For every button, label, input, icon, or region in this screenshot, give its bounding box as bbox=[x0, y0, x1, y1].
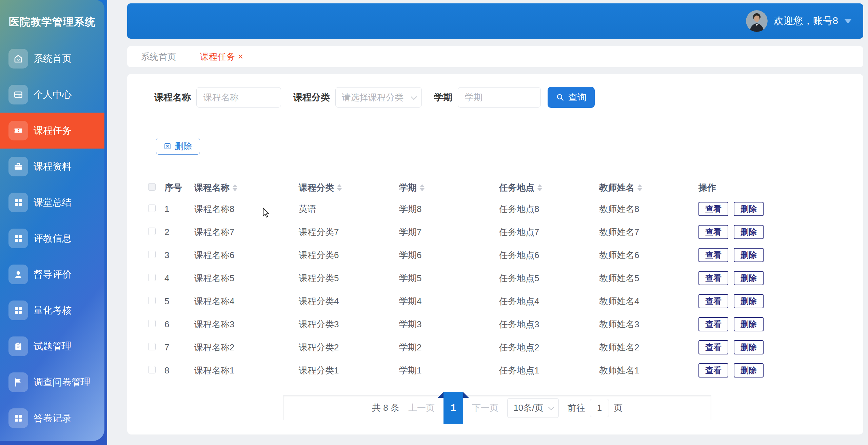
sort-toggle[interactable] bbox=[233, 184, 237, 191]
row-checkbox[interactable] bbox=[148, 366, 156, 373]
sidebar-item-label: 课程资料 bbox=[34, 160, 72, 173]
table-row: 1 课程名称8 英语 学期8 任务地点8 教师姓名8 查看删除 bbox=[148, 197, 856, 220]
user-menu[interactable]: 欢迎您，账号8 bbox=[746, 10, 852, 32]
delete-button[interactable]: 删除 bbox=[734, 317, 764, 331]
cell-category: 课程分类7 bbox=[299, 226, 399, 238]
sort-toggle[interactable] bbox=[337, 184, 342, 191]
sort-toggle[interactable] bbox=[420, 184, 425, 191]
sidebar-item-label: 课堂总结 bbox=[34, 196, 72, 209]
sidebar-item-supervision-review[interactable]: 督导评价 bbox=[0, 256, 104, 292]
col-name: 课程名称 bbox=[194, 182, 230, 194]
table-row: 7 课程名称2 课程分类2 学期2 任务地点2 教师姓名2 查看删除 bbox=[148, 336, 856, 359]
cell-location: 任务地点2 bbox=[499, 342, 599, 353]
col-index: 序号 bbox=[164, 182, 194, 194]
cell-name: 课程名称3 bbox=[194, 318, 299, 330]
cell-name: 课程名称6 bbox=[194, 249, 299, 261]
view-button[interactable]: 查看 bbox=[698, 248, 728, 262]
sidebar-item-label: 评教信息 bbox=[34, 232, 72, 245]
delete-button[interactable]: 删除 bbox=[734, 225, 764, 239]
category-select[interactable]: 请选择课程分类 bbox=[335, 87, 422, 108]
col-teacher: 教师姓名 bbox=[599, 182, 634, 194]
sidebar-nav: 系统首页 个人中心 课程任务 bbox=[0, 41, 104, 436]
current-page-indicator[interactable]: 1 bbox=[443, 392, 463, 424]
view-button[interactable]: 查看 bbox=[698, 225, 728, 239]
sidebar-item-profile[interactable]: 个人中心 bbox=[0, 77, 104, 113]
cell-index: 2 bbox=[164, 227, 194, 237]
sidebar-item-label: 督导评价 bbox=[34, 268, 72, 281]
cell-index: 4 bbox=[164, 273, 194, 284]
search-button-label: 查询 bbox=[568, 91, 587, 103]
chevron-down-icon bbox=[844, 19, 852, 23]
select-all-checkbox[interactable] bbox=[148, 183, 156, 191]
sort-toggle[interactable] bbox=[637, 184, 642, 191]
row-checkbox[interactable] bbox=[148, 320, 156, 327]
row-checkbox[interactable] bbox=[148, 274, 156, 281]
cell-index: 6 bbox=[164, 319, 194, 330]
cell-term: 学期1 bbox=[399, 365, 499, 376]
term-input[interactable] bbox=[458, 87, 541, 108]
cell-index: 5 bbox=[164, 296, 194, 307]
goto-page-input[interactable] bbox=[590, 399, 609, 417]
row-checkbox[interactable] bbox=[148, 297, 156, 304]
cell-term: 学期8 bbox=[399, 203, 499, 215]
sidebar-item-course-tasks[interactable]: 课程任务 bbox=[0, 113, 104, 149]
cell-term: 学期7 bbox=[399, 226, 499, 238]
sidebar-item-label: 试题管理 bbox=[34, 340, 72, 353]
view-button[interactable]: 查看 bbox=[698, 363, 728, 378]
cell-location: 任务地点4 bbox=[499, 295, 599, 307]
bulk-delete-button[interactable]: 删除 bbox=[156, 138, 200, 155]
view-button[interactable]: 查看 bbox=[698, 271, 728, 285]
app-root: 医院教学管理系统 系统首页 个人中心 bbox=[0, 0, 868, 445]
cell-name: 课程名称2 bbox=[194, 342, 299, 353]
row-checkbox[interactable] bbox=[148, 228, 156, 235]
cell-term: 学期3 bbox=[399, 318, 499, 330]
cell-location: 任务地点8 bbox=[499, 203, 599, 215]
cell-index: 8 bbox=[164, 365, 194, 376]
app-title: 医院教学管理系统 bbox=[0, 0, 104, 41]
sidebar-item-home[interactable]: 系统首页 bbox=[0, 41, 104, 77]
sidebar-item-class-summary[interactable]: 课堂总结 bbox=[0, 185, 104, 220]
delete-button[interactable]: 删除 bbox=[734, 248, 764, 262]
row-checkbox[interactable] bbox=[148, 205, 156, 212]
cell-name: 课程名称8 bbox=[194, 203, 299, 215]
sidebar-item-answer-records[interactable]: 答卷记录 bbox=[0, 400, 104, 436]
goto-unit: 页 bbox=[614, 402, 623, 414]
page-size-select[interactable]: 10条/页 bbox=[507, 398, 559, 418]
cell-term: 学期6 bbox=[399, 249, 499, 261]
view-button[interactable]: 查看 bbox=[698, 202, 728, 216]
cell-category: 课程分类2 bbox=[299, 342, 399, 353]
delete-button[interactable]: 删除 bbox=[734, 340, 764, 354]
delete-button[interactable]: 删除 bbox=[734, 202, 764, 216]
next-page-button[interactable]: 下一页 bbox=[472, 402, 498, 414]
row-checkbox[interactable] bbox=[148, 343, 156, 350]
grid-icon bbox=[8, 301, 28, 320]
sidebar-item-survey-management[interactable]: 调查问卷管理 bbox=[0, 364, 104, 400]
view-button[interactable]: 查看 bbox=[698, 294, 728, 308]
sidebar-item-course-materials[interactable]: 课程资料 bbox=[0, 149, 104, 185]
delete-button[interactable]: 删除 bbox=[734, 363, 764, 378]
delete-button[interactable]: 删除 bbox=[734, 294, 764, 308]
search-button[interactable]: 查询 bbox=[548, 87, 595, 108]
course-name-input[interactable] bbox=[196, 87, 281, 108]
user-icon bbox=[8, 265, 28, 284]
cell-teacher: 教师姓名5 bbox=[599, 272, 698, 284]
delete-button[interactable]: 删除 bbox=[734, 271, 764, 285]
sidebar-item-exam-questions[interactable]: 试题管理 bbox=[0, 328, 104, 364]
close-icon[interactable]: × bbox=[238, 52, 243, 61]
view-button[interactable]: 查看 bbox=[698, 317, 728, 331]
tab-course-tasks[interactable]: 课程任务 × bbox=[190, 46, 253, 67]
prev-page-button[interactable]: 上一页 bbox=[408, 402, 435, 414]
view-button[interactable]: 查看 bbox=[698, 340, 728, 354]
category-placeholder: 请选择课程分类 bbox=[342, 92, 403, 103]
cell-index: 3 bbox=[164, 250, 194, 260]
tab-home[interactable]: 系统首页 bbox=[127, 46, 190, 67]
sidebar-item-teaching-evaluation[interactable]: 评教信息 bbox=[0, 220, 104, 256]
sidebar-item-quantitative-assessment[interactable]: 量化考核 bbox=[0, 292, 104, 328]
table-row: 3 课程名称6 课程分类6 学期6 任务地点6 教师姓名6 查看删除 bbox=[148, 244, 856, 267]
page-size-value: 10条/页 bbox=[513, 402, 543, 414]
cell-teacher: 教师姓名4 bbox=[599, 295, 698, 307]
sort-toggle[interactable] bbox=[537, 184, 542, 191]
row-checkbox[interactable] bbox=[148, 251, 156, 258]
cell-index: 7 bbox=[164, 342, 194, 353]
cell-name: 课程名称1 bbox=[194, 365, 299, 376]
